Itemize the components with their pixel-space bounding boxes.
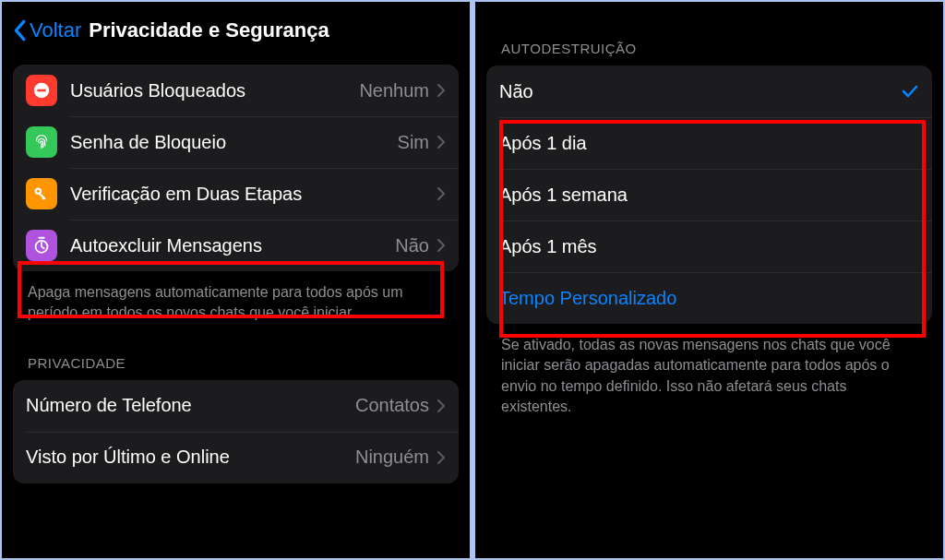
option-1-week[interactable]: Após 1 semana <box>486 169 932 220</box>
option-off[interactable]: Não <box>486 66 932 117</box>
row-label: Número de Telefone <box>26 395 355 416</box>
header: Voltar Privacidade e Segurança <box>2 2 470 65</box>
fingerprint-icon <box>26 126 57 158</box>
row-autodelete[interactable]: Autoexcluir Mensagens Não <box>13 220 459 271</box>
security-group: Usuários Bloqueados Nenhum Senha de Bloq… <box>13 65 459 324</box>
row-two-step[interactable]: Verificação em Duas Etapas <box>13 168 459 220</box>
security-list: Usuários Bloqueados Nenhum Senha de Bloq… <box>13 65 459 271</box>
row-label: Visto por Último e Online <box>26 447 355 468</box>
row-label: Senha de Bloqueio <box>70 132 398 153</box>
option-custom[interactable]: Tempo Personalizado <box>486 272 932 324</box>
autodestruction-panel: AUTODESTRUIÇÃO Não Após 1 dia Após 1 sem… <box>475 2 943 558</box>
option-label: Após 1 mês <box>499 236 919 257</box>
row-value: Sim <box>398 132 429 153</box>
autodestruction-list: Não Após 1 dia Após 1 semana Após 1 mês … <box>486 66 932 324</box>
row-label: Usuários Bloqueados <box>70 80 359 101</box>
option-label: Não <box>499 81 901 102</box>
privacy-section-header: PRIVACIDADE <box>13 324 459 380</box>
blocked-icon <box>26 75 57 106</box>
chevron-right-icon <box>437 83 446 98</box>
autodestruction-group: AUTODESTRUIÇÃO Não Após 1 dia Após 1 sem… <box>486 2 932 418</box>
chevron-right-icon <box>437 450 446 465</box>
row-blocked-users[interactable]: Usuários Bloqueados Nenhum <box>13 65 459 116</box>
timer-icon <box>26 230 57 261</box>
chevron-left-icon <box>11 19 28 42</box>
option-label: Após 1 semana <box>499 185 919 206</box>
back-label: Voltar <box>30 18 81 42</box>
row-label: Verificação em Duas Etapas <box>70 184 437 205</box>
option-label: Tempo Personalizado <box>499 288 919 309</box>
row-value: Contatos <box>355 395 429 416</box>
chevron-right-icon <box>437 135 446 149</box>
autodestruction-section-header: AUTODESTRUIÇÃO <box>486 2 932 66</box>
key-icon <box>26 178 57 209</box>
svg-point-3 <box>37 190 40 193</box>
row-phone-number[interactable]: Número de Telefone Contatos <box>13 380 459 432</box>
option-label: Após 1 dia <box>499 133 919 154</box>
row-value: Não <box>395 235 429 256</box>
row-value: Nenhum <box>359 80 429 101</box>
row-passcode[interactable]: Senha de Bloqueio Sim <box>13 116 459 168</box>
privacy-group: PRIVACIDADE Número de Telefone Contatos … <box>13 324 459 483</box>
privacy-settings-panel: Voltar Privacidade e Segurança Usuários … <box>2 2 470 558</box>
page-title: Privacidade e Segurança <box>89 18 329 42</box>
autodelete-footer: Apaga mensagens automaticamente para tod… <box>13 271 459 324</box>
privacy-list: Número de Telefone Contatos Visto por Úl… <box>13 380 459 483</box>
chevron-right-icon <box>437 399 446 413</box>
row-value: Ninguém <box>355 447 429 468</box>
autodestruction-footer: Se ativado, todas as novas mensagens nos… <box>486 324 932 418</box>
row-label: Autoexcluir Mensagens <box>70 235 395 256</box>
checkmark-icon <box>901 82 919 101</box>
chevron-right-icon <box>437 186 446 201</box>
svg-rect-1 <box>37 89 45 92</box>
row-last-seen[interactable]: Visto por Último e Online Ninguém <box>13 432 459 483</box>
option-1-day[interactable]: Após 1 dia <box>486 117 932 169</box>
chevron-right-icon <box>437 238 446 253</box>
option-1-month[interactable]: Após 1 mês <box>486 220 932 272</box>
back-button[interactable]: Voltar <box>11 18 81 42</box>
